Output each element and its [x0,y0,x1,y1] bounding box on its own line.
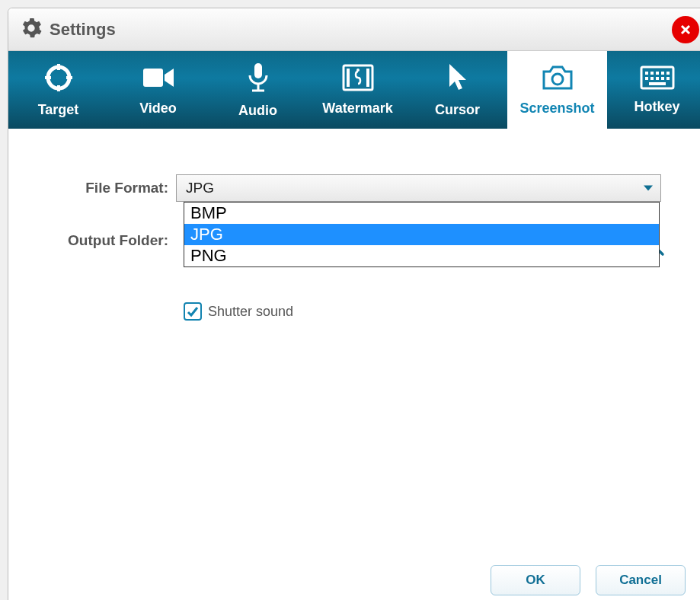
gear-icon [21,18,42,42]
tab-target[interactable]: Target [8,51,108,129]
close-icon [679,23,692,37]
tab-label: Audio [238,103,277,119]
svg-rect-12 [347,69,350,87]
tab-label: Watermark [322,101,392,116]
ok-button[interactable]: OK [491,565,580,595]
dropdown-option-bmp[interactable]: BMP [184,203,659,224]
svg-rect-20 [661,72,664,75]
check-icon [186,305,200,318]
mic-icon [245,62,272,97]
file-format-selected: JPG [186,180,214,196]
svg-rect-23 [650,77,654,80]
tab-label: Cursor [435,102,480,118]
window-title: Settings [50,20,116,40]
watermark-icon [342,64,374,94]
cancel-button[interactable]: Cancel [596,565,686,595]
svg-rect-26 [666,77,670,80]
svg-rect-22 [645,77,648,80]
file-format-combo[interactable]: JPG [176,174,661,202]
file-format-dropdown: BMP JPG PNG [184,202,660,267]
file-format-label: File Format: [54,180,176,196]
camera-icon [541,64,574,94]
tab-hotkey[interactable]: Hotkey [607,51,700,129]
video-icon [142,64,175,94]
shutter-sound-label: Shutter sound [208,304,293,320]
tab-audio[interactable]: Audio [208,51,308,129]
file-format-row: File Format: JPG BMP JPG PNG [54,174,661,202]
tab-label: Screenshot [519,101,594,116]
tab-label: Target [38,102,79,118]
title-bar: Settings [8,8,700,51]
svg-point-2 [48,67,69,88]
target-icon [43,62,74,96]
svg-point-14 [356,69,360,72]
svg-rect-8 [254,63,262,78]
dropdown-option-jpg[interactable]: JPG [184,224,659,245]
chevron-down-icon [644,186,653,191]
svg-point-15 [552,74,563,85]
tab-watermark[interactable]: Watermark [308,51,408,129]
svg-rect-24 [656,77,659,80]
dropdown-option-png[interactable]: PNG [184,245,659,266]
tab-bar: Target Video Audio Watermark Cursor Scre… [8,51,700,129]
tab-label: Video [139,101,177,116]
tab-screenshot[interactable]: Screenshot [507,51,607,129]
content-pane: File Format: JPG BMP JPG PNG Output Fold… [8,129,700,554]
close-button[interactable] [672,16,699,43]
svg-rect-17 [645,72,648,75]
output-folder-label: Output Folder: [54,232,176,249]
svg-rect-19 [656,72,659,75]
shutter-sound-checkbox[interactable] [184,302,202,321]
svg-rect-18 [650,72,654,75]
cursor-icon [446,62,469,96]
svg-rect-21 [666,72,670,75]
settings-window: Settings Target Video Audio Watermark Cu… [8,8,700,600]
svg-rect-13 [366,69,369,87]
svg-rect-7 [143,69,163,87]
tab-video[interactable]: Video [108,51,208,129]
shutter-sound-row: Shutter sound [184,302,661,321]
keyboard-icon [640,65,675,93]
svg-rect-25 [661,77,664,80]
footer: OK Cancel [8,554,700,600]
svg-rect-27 [649,82,666,85]
tab-label: Hotkey [634,99,679,115]
tab-cursor[interactable]: Cursor [408,51,507,129]
